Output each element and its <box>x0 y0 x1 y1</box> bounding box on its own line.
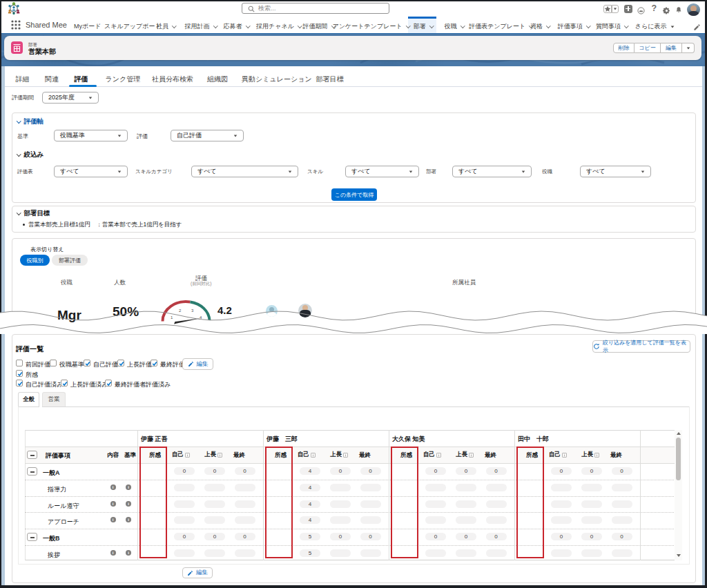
svg-text:2: 2 <box>179 308 182 313</box>
svg-text:1: 1 <box>171 315 173 320</box>
svg-text:3: 3 <box>191 308 194 313</box>
svg-text:4: 4 <box>200 315 202 320</box>
